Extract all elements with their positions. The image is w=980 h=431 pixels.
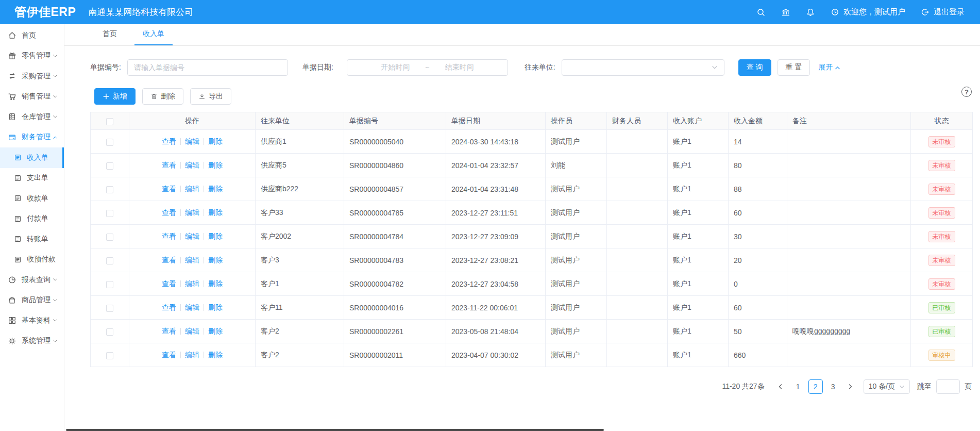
sidebar-item-sales-销售管理[interactable]: 销售管理 (0, 87, 64, 107)
sidebar-item-label: 转账单 (27, 235, 58, 244)
row-checkbox[interactable] (106, 186, 113, 193)
sidebar-item-report-报表查询[interactable]: 报表查询 (0, 270, 64, 290)
partner-select[interactable] (562, 59, 724, 76)
row-action-edit[interactable]: 编辑 (185, 351, 199, 359)
row-action-view[interactable]: 查看 (162, 208, 176, 217)
row-action-edit[interactable]: 编辑 (185, 279, 199, 288)
add-button[interactable]: 新增 (94, 88, 136, 105)
row-action-edit[interactable]: 编辑 (185, 208, 199, 217)
row-action-view[interactable]: 查看 (162, 279, 176, 288)
sidebar-item-basic-基本资料[interactable]: 基本资料 (0, 310, 64, 331)
row-action-delete[interactable]: 删除 (208, 279, 223, 288)
sidebar-item-warehouse-仓库管理[interactable]: 仓库管理 (0, 107, 64, 127)
bank-icon[interactable] (781, 8, 790, 17)
date-range-picker[interactable]: 开始时间 ~ 结束时间 (347, 59, 508, 76)
row-action-edit[interactable]: 编辑 (185, 137, 199, 145)
search-icon[interactable] (756, 8, 766, 17)
divider (204, 280, 204, 287)
row-checkbox[interactable] (106, 139, 113, 146)
row-checkbox[interactable] (106, 281, 113, 288)
row-checkbox[interactable] (106, 162, 113, 170)
next-page-button[interactable] (843, 379, 858, 394)
row-action-edit[interactable]: 编辑 (185, 327, 199, 335)
row-checkbox[interactable] (106, 305, 113, 312)
cell-operator: 测试用户 (546, 225, 607, 248)
sidebar-item-home-首页[interactable]: 首页 (0, 25, 64, 46)
export-button[interactable]: 导出 (190, 88, 231, 105)
row-action-edit[interactable]: 编辑 (185, 232, 199, 240)
row-action-view[interactable]: 查看 (162, 256, 176, 264)
row-action-delete[interactable]: 删除 (208, 208, 223, 217)
row-checkbox[interactable] (106, 352, 113, 359)
cell-amount: 88 (729, 177, 787, 201)
tab-home[interactable]: 首页 (102, 29, 118, 45)
row-action-view[interactable]: 查看 (162, 185, 176, 193)
row-action-delete[interactable]: 删除 (208, 137, 223, 145)
cell-remark (787, 343, 911, 367)
row-action-delete[interactable]: 删除 (208, 351, 223, 359)
row-action-delete[interactable]: 删除 (208, 232, 223, 240)
cell-remark (787, 201, 911, 225)
row-action-delete[interactable]: 删除 (208, 161, 223, 169)
sidebar-item-finance-财务管理[interactable]: 财务管理 (0, 127, 64, 148)
jump-page-input[interactable] (936, 379, 960, 394)
cell-partner: 供应商5 (256, 154, 344, 177)
row-action-edit[interactable]: 编辑 (185, 303, 199, 311)
sidebar-item-doc-付款单[interactable]: 付款单 (0, 209, 64, 229)
prev-page-button[interactable] (773, 379, 788, 394)
cell-operator: 测试用户 (546, 343, 607, 367)
select-all-checkbox[interactable] (106, 118, 113, 125)
page-button-1[interactable]: 1 (791, 379, 805, 394)
page-button-3[interactable]: 3 (826, 379, 840, 394)
delete-button[interactable]: 删除 (142, 88, 183, 105)
row-action-delete[interactable]: 删除 (208, 327, 223, 335)
sidebar-item-doc-转账单[interactable]: 转账单 (0, 229, 64, 250)
reset-button[interactable]: 重 置 (778, 59, 810, 76)
page-button-2[interactable]: 2 (808, 379, 823, 394)
tab-income-bill[interactable]: 收入单 (142, 29, 165, 45)
sidebar-item-goods-商品管理[interactable]: 商品管理 (0, 290, 64, 311)
sidebar-item-doc-收预付款[interactable]: 收预付款 (0, 250, 64, 270)
row-action-view[interactable]: 查看 (162, 303, 176, 311)
row-action-edit[interactable]: 编辑 (185, 256, 199, 264)
sidebar-item-retail-零售管理[interactable]: 零售管理 (0, 46, 64, 67)
row-action-delete[interactable]: 删除 (208, 303, 223, 311)
chevron-up-icon (53, 135, 58, 140)
cell-bill-date: 2023-12-27 23:04:58 (446, 272, 546, 296)
row-action-view[interactable]: 查看 (162, 232, 176, 240)
column-header: 财务人员 (607, 112, 668, 130)
row-action-edit[interactable]: 编辑 (185, 161, 199, 169)
logout-button[interactable]: 退出登录 (921, 7, 965, 17)
divider (180, 209, 181, 216)
row-action-delete[interactable]: 删除 (208, 185, 223, 193)
sidebar-item-label: 首页 (22, 31, 58, 40)
bill-no-input[interactable] (127, 59, 288, 76)
cell-bill-no: SR00000004782 (344, 272, 446, 296)
sidebar-item-purchase-采购管理[interactable]: 采购管理 (0, 66, 64, 87)
sidebar-item-doc-支出单[interactable]: 支出单 (0, 168, 64, 189)
search-button[interactable]: 查 询 (738, 59, 771, 76)
row-action-delete[interactable]: 删除 (208, 256, 223, 264)
user-menu[interactable]: 欢迎您，测试用户 (831, 7, 905, 17)
row-action-edit[interactable]: 编辑 (185, 185, 199, 193)
row-checkbox[interactable] (106, 257, 113, 264)
sidebar-item-system-系统管理[interactable]: 系统管理 (0, 331, 64, 352)
row-checkbox[interactable] (106, 328, 113, 336)
expand-filters-link[interactable]: 展开 (818, 63, 840, 72)
sidebar-item-doc-收款单[interactable]: 收款单 (0, 188, 64, 209)
cell-operator: 测试用户 (546, 296, 607, 320)
divider (180, 257, 181, 263)
page-size-select[interactable]: 10 条/页 (864, 379, 910, 394)
row-action-view[interactable]: 查看 (162, 161, 176, 169)
row-action-view[interactable]: 查看 (162, 137, 176, 145)
table-row: 查看编辑删除供应商1SR000000050402024-03-30 14:43:… (91, 130, 973, 154)
row-action-view[interactable]: 查看 (162, 327, 176, 335)
cell-bill-date: 2023-04-07 00:30:02 (446, 343, 546, 367)
row-checkbox[interactable] (106, 234, 113, 241)
sidebar-item-doc-收入单[interactable]: 收入单 (0, 147, 64, 168)
bell-icon[interactable] (806, 8, 815, 17)
row-action-view[interactable]: 查看 (162, 351, 176, 359)
cell-remark: 嘎嘎嘎ggggggggg (787, 320, 911, 343)
row-checkbox[interactable] (106, 210, 113, 217)
horizontal-scrollbar-thumb[interactable] (66, 429, 604, 431)
